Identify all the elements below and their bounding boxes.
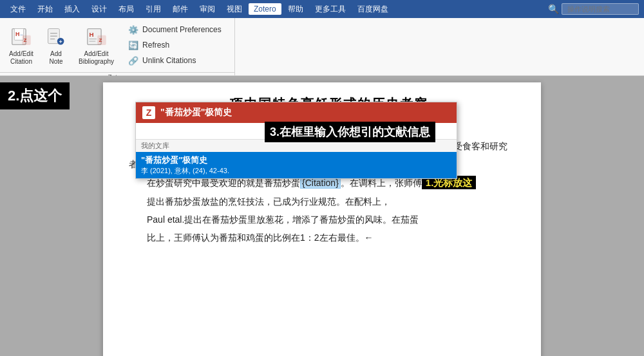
- zotero-result-title: "番茄炒蛋"极简史: [141, 155, 451, 166]
- zotero-logo: Z: [142, 106, 155, 119]
- menu-more-tools[interactable]: 更多工具: [310, 3, 351, 16]
- menu-help[interactable]: 帮助: [283, 3, 308, 16]
- ribbon-commands: ⚙️ Document Preferences 🔄 Refresh 🔗 Unli…: [120, 21, 229, 70]
- menu-review[interactable]: 审阅: [194, 3, 220, 16]
- svg-text:H: H: [89, 31, 93, 38]
- add-edit-citation-icon: H ↔ Z: [10, 25, 33, 48]
- annotation-3: 3.在框里输入你想引的文献信息: [265, 122, 435, 142]
- refresh-icon: 🔄: [128, 40, 138, 50]
- ribbon: H ↔ Z Add/Edit Citation: [0, 18, 644, 76]
- refresh-cmd[interactable]: 🔄 Refresh: [126, 39, 224, 52]
- zotero-result-item[interactable]: "番茄炒蛋"极简史 李 (2021), 意林, (24), 42-43.: [136, 152, 457, 178]
- add-note-label: Add Note: [49, 50, 62, 66]
- menu-design[interactable]: 设计: [86, 3, 112, 16]
- doc-paragraph-5: 比上，王师傅认为番茄和鸡蛋的比例在1：2左右最佳。←: [129, 229, 515, 247]
- document-preferences-cmd[interactable]: ⚙️ Document Preferences: [126, 23, 224, 36]
- menu-start[interactable]: 开始: [32, 3, 58, 16]
- unlink-citations-cmd[interactable]: 🔗 Unlink Citations: [126, 54, 224, 67]
- menu-baidu[interactable]: 百度网盘: [352, 3, 393, 16]
- search-icon: 🔍: [548, 4, 559, 14]
- search-input[interactable]: [562, 3, 639, 15]
- menu-zotero[interactable]: Zotero: [249, 3, 281, 15]
- unlink-icon: 🔗: [128, 55, 138, 66]
- menu-layout[interactable]: 布局: [113, 3, 139, 16]
- menu-view[interactable]: 视图: [222, 3, 247, 16]
- svg-text:+: +: [59, 38, 62, 44]
- zotero-search-popup: Z "番茄炒蛋"极简史 3.在框里输入你想引的文献信息 我的文库 "番茄炒蛋"极…: [135, 102, 457, 179]
- menu-reference[interactable]: 引用: [140, 3, 166, 16]
- menu-insert[interactable]: 插入: [59, 3, 85, 16]
- zotero-result-sub: 李 (2021), 意林, (24), 42-43.: [141, 166, 451, 176]
- menu-mail[interactable]: 邮件: [167, 3, 193, 16]
- add-edit-bibliography-button[interactable]: H Z Add/Edit Bibliography: [75, 21, 118, 70]
- add-note-button[interactable]: + Add Note: [40, 21, 72, 70]
- document-page: Z "番茄炒蛋"极简史 3.在框里输入你想引的文献信息 我的文库 "番茄炒蛋"极…: [103, 82, 541, 356]
- doc-paragraph-4: Paul etal.提出在番茄炒蛋里放葱花，增添了番茄炒蛋的风味。在茄蛋: [129, 211, 515, 229]
- add-edit-bibliography-label: Add/Edit Bibliography: [79, 50, 114, 66]
- menu-file[interactable]: 文件: [5, 3, 31, 16]
- svg-text:Z: Z: [24, 37, 27, 43]
- add-note-icon: +: [44, 25, 68, 48]
- doc-paragraph-3: 提出番茄炒蛋放盐的烹饪技法，已成为行业规范。在配料上，: [129, 192, 515, 211]
- title-bar: 文件 开始 插入 设计 布局 引用 邮件 审阅 视图 Zotero 帮助 更多工…: [0, 0, 644, 18]
- preferences-icon: ⚙️: [128, 24, 138, 35]
- add-edit-citation-label: Add/Edit Citation: [9, 50, 33, 66]
- svg-text:Z: Z: [99, 37, 102, 43]
- add-edit-bibliography-icon: H Z: [85, 25, 108, 48]
- zotero-popup-title: "番茄炒蛋"极简史: [160, 107, 232, 118]
- annotation-2: 2.点这个: [0, 82, 70, 109]
- document-area: 2.点这个 Z "番茄炒蛋"极简史 3.在框里输入你想引的文献信息 我的文库 "…: [0, 76, 644, 356]
- zotero-popup-header: Z "番茄炒蛋"极简史 3.在框里输入你想引的文献信息: [136, 102, 457, 123]
- ribbon-zotero-group: H ↔ Z Add/Edit Citation: [0, 18, 235, 75]
- add-edit-citation-button[interactable]: H ↔ Z Add/Edit Citation: [5, 21, 37, 70]
